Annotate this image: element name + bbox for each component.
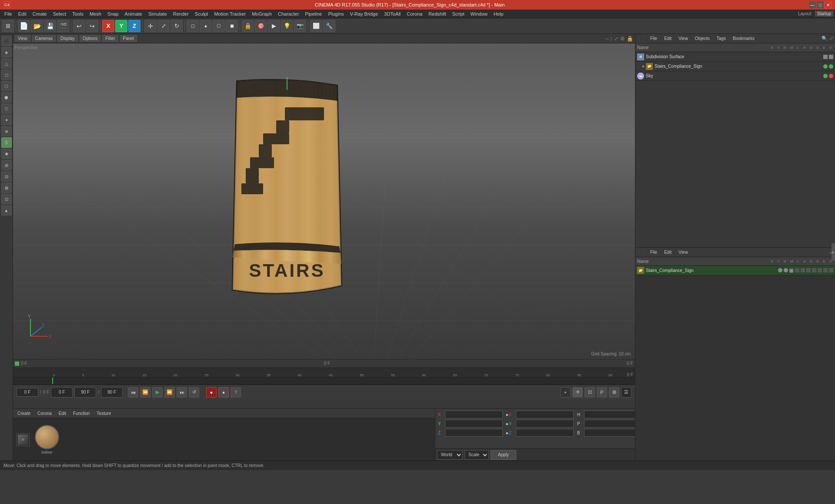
scene-view-menu[interactable]: View: [676, 249, 691, 255]
key-scale-btn[interactable]: ⊡: [584, 387, 595, 398]
obj-tags-menu[interactable]: Tags: [714, 36, 728, 41]
obj-bookmarks-menu[interactable]: Bookmarks: [730, 36, 757, 41]
left-tool-5[interactable]: ⬡: [1, 81, 12, 91]
stairs-dot2[interactable]: [829, 64, 833, 69]
stairs-dot1[interactable]: [823, 64, 828, 69]
mode-btn-1[interactable]: ⊞: [2, 20, 14, 32]
left-tool-2[interactable]: ◈: [1, 47, 12, 57]
snap-btn[interactable]: 🔒: [242, 20, 254, 32]
left-tool-9[interactable]: ⊕: [1, 126, 12, 136]
render-view-btn[interactable]: 🎯: [255, 20, 267, 32]
a-icon[interactable]: [806, 268, 811, 272]
material-ball-container[interactable]: Indoor: [35, 425, 59, 454]
anim-btn[interactable]: ▶: [268, 20, 280, 32]
menu-vray[interactable]: V-Ray Bridge: [347, 10, 381, 17]
z-axis-btn[interactable]: Z: [128, 20, 140, 32]
obj-edit-menu[interactable]: Edit: [661, 36, 674, 41]
menu-simulate[interactable]: Simulate: [146, 10, 170, 17]
render-btn[interactable]: 🎬: [57, 20, 69, 32]
mat-corona-menu[interactable]: Corona: [35, 411, 54, 416]
vp-panel-menu[interactable]: Panel: [120, 35, 137, 42]
z-pos-field[interactable]: 0 cm: [445, 429, 503, 437]
move-btn[interactable]: ✛: [144, 20, 157, 32]
scale-select[interactable]: Scale Size: [464, 450, 489, 460]
mat-edit-menu[interactable]: Edit: [56, 411, 69, 416]
point-mode-btn[interactable]: ●: [200, 20, 212, 32]
menu-corona[interactable]: Corona: [404, 10, 425, 17]
key-playmode-btn[interactable]: P: [597, 387, 607, 398]
mat-texture-menu[interactable]: Texture: [94, 411, 114, 416]
left-tool-3[interactable]: △: [1, 58, 12, 69]
x-pos-field[interactable]: 0 cm: [445, 411, 503, 418]
m-icon[interactable]: [795, 268, 799, 272]
menu-render[interactable]: Render: [170, 10, 191, 17]
poly-mode-btn[interactable]: ◼: [226, 20, 238, 32]
scene-edit-menu[interactable]: Edit: [661, 249, 674, 255]
g-icon[interactable]: [812, 268, 816, 272]
camera-btn[interactable]: 📷: [294, 20, 306, 32]
object-mode-btn[interactable]: ◻: [187, 20, 199, 32]
y-axis-btn[interactable]: Y: [115, 20, 127, 32]
d-icon[interactable]: [818, 268, 822, 272]
preview-end-field[interactable]: 90 F: [74, 387, 96, 398]
left-tool-select[interactable]: S: [1, 137, 12, 148]
left-tool-8[interactable]: ✦: [1, 115, 12, 125]
menu-file[interactable]: File: [2, 10, 15, 17]
next-frame-btn[interactable]: ⏩: [164, 387, 175, 398]
obj-row-subdivision[interactable]: ⊞ Subdivision Surface: [635, 52, 835, 62]
vp-display-menu[interactable]: Display: [57, 35, 78, 42]
menu-pipeline[interactable]: Pipeline: [302, 10, 324, 17]
z-size-field[interactable]: 0 cm: [516, 429, 574, 437]
sky-dot1[interactable]: [823, 74, 828, 78]
menu-window[interactable]: Window: [468, 10, 490, 17]
left-tool-14[interactable]: ⊡: [1, 194, 12, 204]
close-button[interactable]: ✕: [825, 1, 832, 8]
viewport-3d[interactable]: STAIRS X Y Z: [13, 43, 635, 359]
menu-help[interactable]: Help: [491, 10, 506, 17]
lights-btn[interactable]: 💡: [281, 20, 293, 32]
left-tool-7[interactable]: ▽: [1, 103, 12, 114]
material-ball[interactable]: [35, 425, 59, 449]
scene-row-stairs[interactable]: 📁 Stairs_Compliance_Sign ⊞: [635, 266, 835, 275]
menu-snap[interactable]: Snap: [105, 10, 121, 17]
maximize-button[interactable]: □: [817, 1, 824, 8]
l-icon[interactable]: [801, 268, 805, 272]
obj-row-sky[interactable]: ☁ Sky: [635, 71, 835, 81]
menu-3dtall[interactable]: 3DToAll: [381, 10, 403, 17]
undo-btn[interactable]: ↩: [73, 20, 85, 32]
rotate-btn[interactable]: ↻: [170, 20, 183, 32]
new-btn[interactable]: 📄: [18, 20, 30, 32]
autokey-btn[interactable]: ●: [218, 387, 229, 398]
left-tool-11[interactable]: ⊞: [1, 160, 12, 170]
x-size-field[interactable]: 0 cm: [516, 411, 574, 418]
goto-end-btn[interactable]: ⏭: [177, 387, 187, 398]
key-add-btn[interactable]: +: [560, 387, 571, 398]
vp-filter-menu[interactable]: Filter: [102, 35, 118, 42]
timeline-ruler[interactable]: 0 5 10 15 20 25 30 35 40 45 50 55: [13, 368, 635, 378]
h-field[interactable]: 0°: [584, 411, 642, 418]
layout-selector[interactable]: Startup: [815, 11, 833, 17]
menu-mesh[interactable]: Mesh: [87, 10, 104, 17]
obj-view-menu[interactable]: View: [676, 36, 691, 41]
apply-button[interactable]: Apply: [491, 450, 516, 460]
menu-animate[interactable]: Animate: [122, 10, 145, 17]
scene-file-menu[interactable]: File: [648, 249, 660, 255]
subdiv-dot2[interactable]: [829, 55, 833, 59]
y-pos-field[interactable]: 0 cm: [445, 420, 503, 428]
edge-mode-btn[interactable]: ⬡: [213, 20, 225, 32]
subdiv-dot1[interactable]: [823, 55, 828, 59]
right-edge-handle[interactable]: ▶: [832, 243, 835, 261]
menu-redshift[interactable]: Redshift: [426, 10, 448, 17]
r-icon[interactable]: ⊞: [789, 268, 794, 272]
y-size-field[interactable]: 0 cm: [516, 420, 574, 428]
mat-create-menu[interactable]: Create: [15, 411, 33, 416]
floor-btn[interactable]: ⬜: [310, 20, 322, 32]
left-tool-4[interactable]: ◻: [1, 70, 12, 80]
menu-tools[interactable]: Tools: [70, 10, 86, 17]
menu-create[interactable]: Create: [30, 10, 50, 17]
record-btn[interactable]: ●: [206, 387, 217, 398]
preview-start-field[interactable]: 0 F: [51, 387, 73, 398]
goto-start-btn[interactable]: ⏮: [128, 387, 138, 398]
vp-cameras-menu[interactable]: Cameras: [32, 35, 56, 42]
p-field[interactable]: 0°: [584, 420, 642, 428]
